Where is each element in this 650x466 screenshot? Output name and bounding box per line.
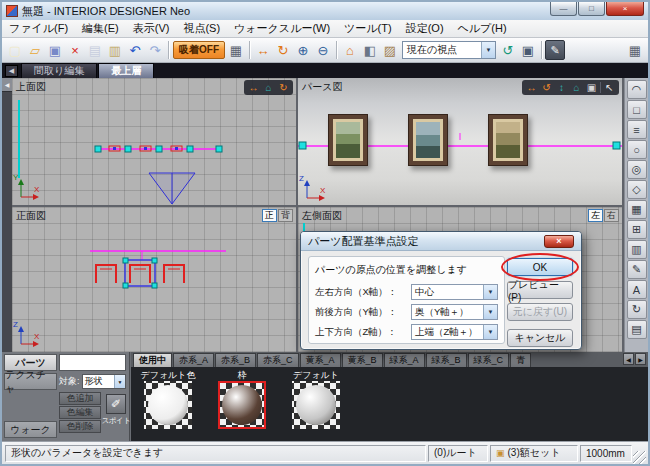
x-axis-select[interactable]: 中心 ▼ [411,284,498,300]
rect-tool-icon[interactable]: □ [627,100,647,119]
snap-toggle-button[interactable]: 吸着OFF [173,41,225,59]
y-axis-select[interactable]: 奥（Y軸＋） ▼ [411,304,498,320]
material-tab-blue[interactable]: 青 [510,353,531,367]
resize-grip[interactable] [633,451,646,464]
preview-button[interactable]: プレビュー(P) [507,281,573,299]
hatch-tool-icon[interactable]: ▤ [627,320,647,339]
pan-view-icon[interactable]: ↔ [525,81,538,94]
copy-button[interactable]: ▤ [85,40,105,60]
texture-style-button[interactable]: ▨ [380,40,400,60]
maximize-button[interactable]: □ [578,2,605,16]
swatch-tile[interactable] [292,381,340,429]
target-select[interactable]: 形状 ▼ [82,374,126,389]
diamond-tool-icon[interactable]: ◇ [627,180,647,199]
paste-button[interactable]: ▥ [105,40,125,60]
grid-small-button[interactable]: ▦ [625,40,645,60]
front-viewport[interactable]: 正面図 正 背 [12,207,296,352]
left-toggle-button[interactable]: 左 [588,209,603,222]
scroll-right-button[interactable]: ▶ [635,353,646,365]
top-viewport[interactable]: 上面図 ↔ ⌂ ↻ [12,78,296,205]
scroll-left-button[interactable]: ◀ [623,353,634,365]
panel-collapse-button[interactable]: ◀ [2,78,12,92]
arc-tool-icon[interactable]: ◠ [627,80,647,99]
maximize-view-icon[interactable]: ▣ [585,81,598,94]
window-tool-icon[interactable]: ⊞ [627,220,647,239]
menu-file[interactable]: ファイル(F) [2,19,75,38]
material-tab-yellow-b[interactable]: 黄系_B [342,353,383,367]
cancel-button[interactable]: キャンセル [507,329,573,347]
rotate-tool-icon[interactable]: ↻ [627,300,647,319]
grid-tool-icon[interactable]: ▦ [627,200,647,219]
menu-edit[interactable]: 編集(E) [75,19,126,38]
picture-frame[interactable] [408,114,448,166]
right-toggle-button[interactable]: 右 [604,209,619,222]
orbit-view-button[interactable]: ↻ [273,40,293,60]
minimize-button[interactable]: — [550,2,577,16]
target-tool-icon[interactable]: ◎ [627,160,647,179]
orbit-view-icon[interactable]: ↺ [540,81,553,94]
rotate-view-icon[interactable]: ↻ [277,81,290,94]
chevron-down-icon[interactable]: ▼ [483,305,497,319]
viewpoint-select[interactable]: 現在の視点 ▼ [402,41,496,59]
home-view-button[interactable]: ⌂ [340,40,360,60]
swatch-frame[interactable]: 枠 [211,369,273,439]
chevron-down-icon[interactable]: ▼ [114,375,125,388]
pan-view-button[interactable]: ↔ [253,40,273,60]
tab-top-layer[interactable]: 最上層 [98,63,154,78]
open-file-button[interactable]: ▱ [25,40,45,60]
tab-floorplan-edit[interactable]: 間取り編集 [21,63,97,78]
texture-tab[interactable]: テクスチャ [4,373,57,390]
refresh-view-button[interactable]: ↺ [498,40,518,60]
swatch-tile[interactable] [144,381,192,429]
delete-button[interactable]: × [65,40,85,60]
undo-button[interactable]: ↶ [125,40,145,60]
chevron-down-icon[interactable]: ▼ [483,285,497,299]
render-button[interactable]: ▣ [518,40,538,60]
menu-tools[interactable]: ツール(T) [337,19,399,38]
redo-button[interactable]: ↷ [145,40,165,60]
menu-walkthrough[interactable]: ウォークスルー(W) [227,19,337,38]
swatch-tile[interactable] [218,381,266,429]
front-toggle-button[interactable]: 正 [262,209,277,222]
save-button[interactable]: ▣ [45,40,65,60]
material-tab-green-c[interactable]: 緑系_C [468,353,510,367]
dialog-titlebar[interactable]: パーツ配置基準点設定 × [301,232,581,251]
material-tab-yellow-a[interactable]: 黄系_A [300,353,341,367]
ok-button[interactable]: OK [507,258,573,276]
back-toggle-button[interactable]: 背 [278,209,293,222]
eyedropper-button[interactable]: ✐ スポイト [103,394,129,436]
pen-tool-icon[interactable]: ✎ [627,260,647,279]
material-tab-green-a[interactable]: 緑系_A [384,353,425,367]
fit-view-icon[interactable]: ⌂ [262,81,275,94]
chevron-down-icon[interactable]: ▼ [481,42,495,58]
swatch-default[interactable]: デフォルト [285,369,347,439]
material-tab-in-use[interactable]: 使用中 [133,353,172,367]
material-tab-red-a[interactable]: 赤系_A [173,353,214,367]
walk-tab[interactable]: ウォーク [4,421,57,438]
tab-collapse-button[interactable]: ◀ [5,65,18,77]
z-axis-select[interactable]: 上端（Z軸＋） ▼ [411,324,498,340]
panel-tool-icon[interactable]: ▥ [627,240,647,259]
part-name-input[interactable] [59,354,126,371]
swatch-default-color[interactable]: デフォルト色 [137,369,199,439]
circle-tool-icon[interactable]: ○ [627,140,647,159]
text-tool-icon[interactable]: A [627,280,647,299]
picture-frame[interactable] [328,114,368,166]
grid-toggle-button[interactable]: ▦ [226,40,246,60]
picture-frame[interactable] [488,114,528,166]
material-tab-red-b[interactable]: 赤系_B [215,353,256,367]
new-file-button[interactable]: ▢ [5,40,25,60]
close-button[interactable]: × [606,2,644,16]
line-tool-icon[interactable]: ≡ [627,120,647,139]
material-tab-green-b[interactable]: 緑系_B [426,353,467,367]
material-tab-red-c[interactable]: 赤系_C [257,353,299,367]
display-style-button[interactable]: ◧ [360,40,380,60]
pan-view-icon[interactable]: ↔ [247,81,260,94]
menu-settings[interactable]: 設定(O) [399,19,451,38]
menu-help[interactable]: ヘルプ(H) [451,19,514,38]
perspective-viewport[interactable]: パース図 ↔ ↺ ↕ ⌂ ▣ ↖ [298,78,622,205]
dialog-close-button[interactable]: × [544,235,574,248]
select-cursor-icon[interactable]: ↖ [603,81,616,94]
zoom-view-icon[interactable]: ↕ [555,81,568,94]
fit-view-icon[interactable]: ⌂ [570,81,583,94]
